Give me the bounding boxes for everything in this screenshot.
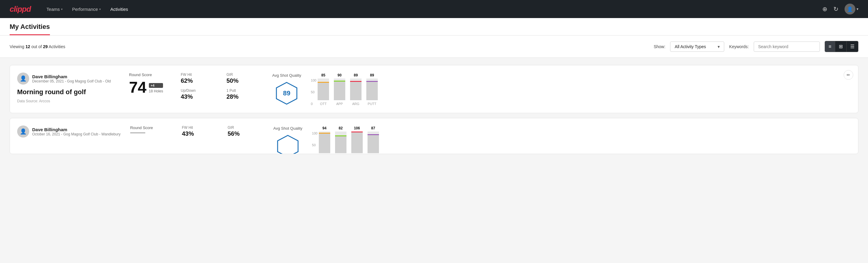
bar-chart: 100 50 0 85OTT90APP89ARG89PUTT: [311, 72, 378, 106]
user-menu[interactable]: 👤 ▾: [844, 4, 858, 14]
bar-indicator: [350, 81, 362, 82]
gir-value: 50%: [226, 77, 262, 84]
avatar-icon: 👤: [847, 6, 853, 12]
bar-fill: [368, 134, 379, 153]
gir-value: 56%: [228, 130, 264, 137]
y-label-0: 0: [311, 102, 316, 106]
view-toggle: ≡ ⊞ ☰: [825, 41, 858, 52]
bar-indicator: [318, 82, 329, 83]
activity-type-dropdown[interactable]: All Activity Types ▾: [670, 41, 724, 52]
one-putt-stat: 1 Putt 28%: [226, 88, 262, 100]
fw-hit-stat: FW Hit 62%: [181, 72, 217, 84]
refresh-icon[interactable]: ↻: [833, 5, 839, 12]
bar-group: 85OTT: [318, 73, 329, 106]
score-main: 74 +4 18 Holes: [129, 80, 171, 95]
bar-wrapper: [319, 132, 330, 153]
bar-fill: [351, 132, 363, 153]
round-score-label: Round Score: [129, 72, 171, 77]
stats-section: FW Hit 62% Up/Down 43%: [181, 72, 217, 100]
quality-section: Avg Shot Quality 89 100 50 0: [272, 72, 851, 106]
nav-performance[interactable]: Performance ▾: [71, 7, 102, 12]
list-compact-view-button[interactable]: ≡: [825, 41, 835, 52]
list-compact-icon: ≡: [829, 44, 831, 49]
bar-value: 106: [354, 126, 360, 130]
gir-label: GIR: [226, 72, 262, 77]
updown-stat: Up/Down 43%: [181, 88, 217, 100]
score-right: +4 18 Holes: [149, 83, 163, 95]
filters-bar: Viewing 12 out of 29 Activities Show: Al…: [0, 35, 868, 58]
gir-label: GIR: [228, 125, 264, 130]
avatar[interactable]: 👤: [844, 4, 856, 14]
page-title-bar: My Activities: [0, 18, 868, 35]
stats-section-2: GIR 50% 1 Putt 28%: [226, 72, 262, 100]
activity-type-value: All Activity Types: [675, 44, 706, 49]
svg-marker-1: [278, 136, 298, 154]
bar-fill: [318, 82, 329, 100]
bar-value: 89: [370, 73, 374, 77]
data-source: Data Source: Arccos: [17, 99, 119, 103]
viewing-total: 29: [43, 44, 48, 49]
header-actions: ⊕ ↻ 👤 ▾: [822, 4, 858, 14]
bar-group: 82APP: [335, 126, 346, 154]
bar-fill: [335, 136, 346, 153]
round-score-section: Round Score 74 +4 18 Holes: [129, 72, 171, 95]
card-left: 👤 Dave Billingham October 16, 2021 - Gog…: [17, 125, 121, 138]
bar-indicator: [335, 136, 346, 136]
user-row: 👤 Dave Billingham December 05, 2021 - Go…: [17, 72, 119, 85]
bar-indicator: [368, 134, 379, 135]
bar-indicator: [319, 133, 330, 134]
list-expanded-view-button[interactable]: ☰: [847, 41, 858, 52]
hexagon: 89: [275, 81, 299, 105]
bar-indicator: [351, 132, 363, 133]
avatar: 👤: [17, 72, 29, 85]
hexagon: [276, 134, 300, 154]
bar-value: 89: [354, 73, 358, 77]
search-input[interactable]: [754, 41, 820, 52]
y-label-100: 100: [312, 132, 317, 135]
bar-group: 87PUTT: [368, 126, 379, 154]
bar-fill: [350, 81, 362, 100]
nav-teams[interactable]: Teams ▾: [45, 7, 64, 12]
edit-button[interactable]: ✏: [844, 70, 853, 80]
bar-group: 106ARG: [351, 126, 363, 154]
main-nav: Teams ▾ Performance ▾ Activities: [45, 7, 129, 12]
activity-date: October 16, 2021 - Gog Magog Golf Club -…: [32, 132, 121, 136]
bar-group: 90APP: [334, 73, 345, 106]
bars-group: 85OTT90APP89ARG89PUTT: [318, 72, 378, 106]
stats-section: FW Hit 43%: [182, 125, 218, 137]
user-info: Dave Billingham October 16, 2021 - Gog M…: [32, 127, 121, 136]
gir-stat: GIR 50%: [226, 72, 262, 84]
quality-label: Avg Shot Quality: [272, 73, 301, 78]
gir-stat: GIR 56%: [228, 125, 264, 137]
hexagon-container: Avg Shot Quality 89: [272, 73, 301, 105]
hexagon-container: Avg Shot Quality: [273, 126, 303, 154]
quality-section: Avg Shot Quality 100 50 0 94OTT82APP106A…: [273, 125, 851, 154]
user-name: Dave Billingham: [32, 74, 111, 79]
main-content: 👤 Dave Billingham December 05, 2021 - Go…: [0, 58, 868, 161]
y-label-50: 50: [311, 90, 316, 94]
pencil-icon: ✏: [847, 72, 850, 77]
add-icon[interactable]: ⊕: [822, 5, 828, 12]
bar-indicator: [366, 81, 378, 82]
hexagon-svg: [276, 134, 300, 154]
keywords-label: Keywords:: [729, 44, 749, 49]
grid-view-button[interactable]: ⊞: [835, 41, 847, 52]
one-putt-value: 28%: [226, 93, 262, 100]
app-logo[interactable]: clippd: [10, 4, 31, 14]
score-holes: 18 Holes: [149, 89, 163, 93]
activity-date: December 05, 2021 - Gog Magog Golf Club …: [32, 79, 111, 83]
bar-wrapper: [335, 132, 346, 153]
bar-wrapper: [318, 79, 329, 100]
viewing-count-text: Viewing 12 out of 29 Activities: [10, 44, 649, 49]
grid-icon: ⊞: [839, 43, 843, 49]
fw-hit-value: 43%: [182, 130, 218, 137]
activity-card: 👤 Dave Billingham October 16, 2021 - Gog…: [10, 118, 858, 154]
bar-value: 94: [322, 126, 326, 130]
score-number: 74: [129, 80, 147, 95]
score-badge: +4: [149, 83, 163, 88]
round-score-label: Round Score: [130, 125, 172, 130]
bar-value: 87: [371, 126, 375, 130]
nav-activities[interactable]: Activities: [109, 7, 129, 12]
app-header: clippd Teams ▾ Performance ▾ Activities …: [0, 0, 868, 18]
bar-value: 82: [339, 126, 343, 130]
